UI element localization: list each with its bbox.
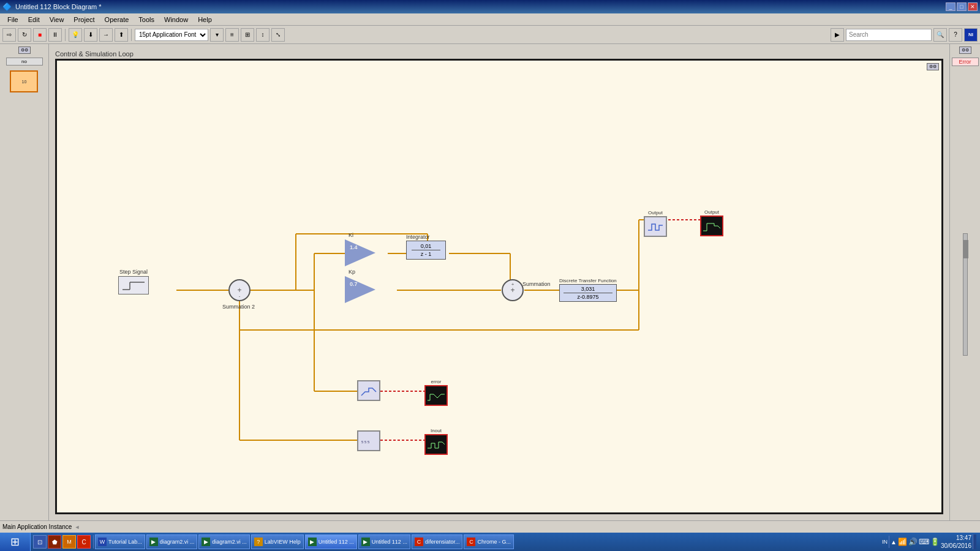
start-button[interactable]: ⊞	[0, 533, 31, 551]
ki-value: 1.4	[350, 244, 358, 250]
font-size-down[interactable]: ▾	[210, 28, 224, 42]
distribute-button[interactable]: ⊞	[241, 28, 254, 42]
chrome-quick[interactable]: C	[77, 535, 91, 549]
diag2a-icon: ▶	[149, 538, 158, 546]
output-waveform-icon[interactable]	[700, 216, 723, 236]
taskbar-item-untitled-a[interactable]: ▶ Untitled 112 ...	[305, 534, 357, 549]
resize-button[interactable]: ⤡	[271, 28, 285, 42]
ki-gain-triangle[interactable]	[345, 239, 375, 266]
clock-date: 30/06/2016	[941, 542, 971, 550]
scroll-thumb[interactable]	[963, 240, 968, 258]
run-arrow-button[interactable]: ⇨	[2, 28, 16, 42]
tray-separator	[889, 536, 889, 548]
help-icon: ?	[254, 538, 263, 546]
align-button[interactable]: ≡	[225, 28, 239, 42]
error-display-icon[interactable]	[357, 380, 380, 401]
menu-file[interactable]: File	[2, 15, 23, 24]
error-waveform-label: error	[431, 379, 442, 384]
inout-display-icon[interactable]: 5 5 5	[357, 430, 380, 451]
window-controls[interactable]: _ □ ✕	[946, 2, 978, 11]
taskbar-item-help-label: LabVIEW Help	[265, 539, 301, 545]
matlab-quick[interactable]: M	[62, 535, 76, 549]
slide-block[interactable]: 1 0	[10, 70, 38, 92]
word-icon: W	[98, 538, 107, 546]
step-out-button[interactable]: ⬆	[115, 28, 128, 42]
diferensiator-icon: C	[415, 538, 423, 546]
taskbar-item-untitled-b[interactable]: ▶ Untitled 112 ...	[358, 534, 410, 549]
titlebar: 🔷 Untitled 112 Block Diagram * _ □ ✕	[0, 0, 980, 13]
untitled-b-icon: ▶	[361, 538, 370, 546]
font-select[interactable]: 15pt Application Font	[135, 29, 208, 41]
taskbar-item-untitled-b-label: Untitled 112 ...	[372, 539, 407, 545]
taskbar-item-diag2b-label: diagram2.vi ...	[212, 539, 247, 545]
output-label: Output	[648, 210, 663, 216]
network-icon: 📶	[898, 538, 907, 546]
help-button[interactable]: ?	[949, 28, 962, 42]
minimize-button[interactable]: _	[946, 2, 956, 11]
dtf-label: Discrete Transfer Function	[559, 278, 617, 283]
menu-view[interactable]: View	[45, 15, 69, 24]
taskbar-item-diferensiator[interactable]: C diferensiator...	[412, 534, 463, 549]
output-waveform-area: Output	[700, 209, 723, 236]
statusbar-text: Main Application Instance	[2, 523, 72, 530]
reorder-button[interactable]: ↕	[256, 28, 270, 42]
loop-mode-selector[interactable]: no	[6, 58, 43, 66]
menu-project[interactable]: Project	[69, 15, 99, 24]
labview-icon: NI	[964, 28, 978, 42]
maximize-button[interactable]: □	[957, 2, 967, 11]
close-button[interactable]: ✕	[968, 2, 978, 11]
scrollbar[interactable]	[963, 233, 968, 356]
battery-icon: 🔋	[930, 538, 940, 546]
labview-quick[interactable]: ⬟	[48, 535, 61, 549]
main-area: ⚙⚙ no Slide 1 0 Control & Simulation Loo…	[0, 44, 980, 520]
inout-waveform-icon[interactable]	[424, 434, 448, 455]
inout-display-container: 5 5 5	[357, 430, 380, 451]
taskbar-item-word[interactable]: W Tutorial Lab...	[95, 534, 145, 549]
pause-button[interactable]: ⏸	[48, 28, 62, 42]
output-waveform-label: Output	[704, 209, 719, 215]
show-desktop-btn[interactable]: ⊡	[33, 535, 47, 549]
error-waveform-icon[interactable]	[424, 385, 448, 406]
menu-edit[interactable]: Edit	[23, 15, 45, 24]
menu-tools[interactable]: Tools	[134, 15, 159, 24]
summation2-block[interactable]: + -	[228, 279, 251, 301]
menu-help[interactable]: Help	[193, 15, 217, 24]
toolbar-separator-2	[131, 29, 132, 41]
menu-window[interactable]: Window	[159, 15, 193, 24]
step-over-button[interactable]: →	[99, 28, 113, 42]
taskbar-item-diag2a-label: diagram2.vi ...	[160, 539, 195, 545]
search-input[interactable]	[846, 29, 932, 41]
taskbar-item-help[interactable]: ? LabVIEW Help	[251, 534, 304, 549]
taskbar-item-diag2a[interactable]: ▶ diagram2.vi ...	[146, 534, 198, 549]
taskbar-item-chrome[interactable]: C Chrome - G...	[464, 534, 514, 549]
show-desktop-right[interactable]	[973, 534, 976, 549]
integrator-box[interactable]: 0,01 z - 1	[406, 241, 446, 260]
taskbar-item-chrome-label: Chrome - G...	[477, 539, 511, 545]
search-button[interactable]: 🔍	[933, 28, 947, 42]
left-panel: ⚙⚙ no Slide 1 0	[0, 44, 49, 520]
taskbar-item-diferensiator-label: diferensiator...	[425, 539, 460, 545]
error-indicator[interactable]: Error	[952, 58, 979, 66]
dtf-box[interactable]: 3,031 z-0.8975	[559, 284, 617, 302]
output-display-icon[interactable]	[644, 216, 667, 237]
taskbar-item-diag2b[interactable]: ▶ diagram2.vi ...	[198, 534, 250, 549]
error-waveform-container: error	[424, 379, 448, 406]
step-signal-icon[interactable]	[118, 276, 149, 294]
system-tray: IN ▲ 📶 🔊 ⌨ 🔋 13:47 30/06/2016	[878, 534, 980, 550]
right-loop-btn[interactable]: ⚙⚙	[959, 47, 971, 54]
run-continuous-button[interactable]: ↻	[18, 28, 31, 42]
abort-button[interactable]: ■	[33, 28, 47, 42]
loop-control-left[interactable]: ⚙⚙	[18, 47, 31, 54]
tray-arrow[interactable]: ▲	[891, 539, 897, 545]
loop-control-right[interactable]: ⚙⚙	[927, 63, 939, 70]
kp-gain-triangle[interactable]	[345, 276, 375, 303]
clock-time: 13:47	[941, 534, 971, 542]
lang-indicator: IN	[882, 539, 888, 545]
highlight-button[interactable]: 💡	[69, 28, 82, 42]
step-into-button[interactable]: ⬇	[84, 28, 97, 42]
search-arrow-button[interactable]: ▶	[831, 28, 844, 42]
diagram-container[interactable]: Step Signal + - Summation 2 Ki	[55, 59, 943, 514]
summation-block[interactable]: + +	[502, 279, 524, 301]
inout-waveform-label: Inout	[431, 428, 442, 433]
menu-operate[interactable]: Operate	[100, 15, 134, 24]
